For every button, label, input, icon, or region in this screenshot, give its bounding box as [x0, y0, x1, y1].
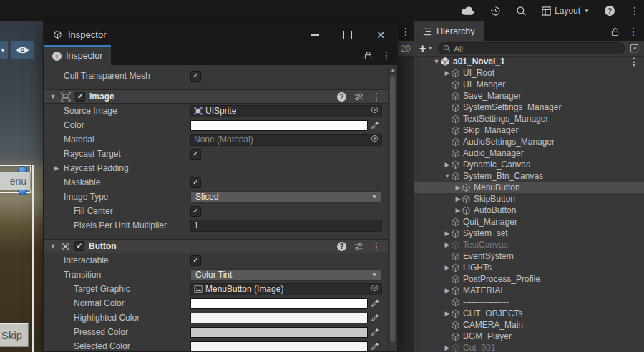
eyedropper-icon[interactable] [368, 313, 382, 322]
color-swatch[interactable] [190, 120, 368, 131]
eyedropper-icon[interactable] [368, 328, 382, 336]
hierarchy-item-lights[interactable]: ▶LIGHTs [414, 262, 644, 273]
hierarchy-item-postprocess-profile[interactable]: PostProcess_Profile [414, 273, 644, 285]
foldout-closed-icon[interactable]: ▶ [53, 165, 60, 172]
object-picker-icon[interactable] [371, 135, 379, 145]
color-field[interactable] [190, 120, 382, 131]
object-field[interactable]: UISprite [190, 105, 382, 117]
maximize-button[interactable] [331, 24, 364, 45]
object-picker-icon[interactable] [371, 106, 379, 116]
color-swatch[interactable] [190, 313, 368, 323]
color-field[interactable] [190, 298, 382, 309]
foldout-open-icon[interactable]: ▼ [49, 243, 57, 250]
history-icon[interactable] [490, 6, 501, 16]
inspector-window-titlebar[interactable]: Inspector ✕ [44, 24, 397, 45]
foldout-open-icon[interactable]: ▼ [433, 58, 440, 65]
object-picker-icon[interactable] [371, 284, 379, 294]
dropdown-image-type[interactable]: Sliced▼ [190, 191, 382, 203]
hierarchy-item-cut-001[interactable]: ▶Cut_001 [414, 342, 644, 352]
more-icon[interactable]: ⋮ [371, 91, 381, 102]
hierarchy-item-autobutton[interactable]: ▶AutoButton [414, 205, 644, 216]
more-icon[interactable]: ⋮ [401, 26, 411, 37]
eyedropper-icon[interactable] [368, 342, 382, 351]
help-icon[interactable]: ? [337, 92, 346, 102]
hierarchy-item-cut-objects[interactable]: ▶CUT_OBJECTs [414, 308, 644, 319]
hierarchy-item-camera-main[interactable]: CAMERA_Main [414, 319, 644, 331]
more-icon[interactable]: ⋮ [381, 49, 391, 61]
inspector-scrollbar[interactable]: ▲ [388, 65, 397, 351]
hierarchy-item-system-set[interactable]: ▶System_set [414, 228, 644, 239]
component-enabled-checkbox[interactable]: ✓ [75, 92, 85, 102]
scene-skip-button[interactable]: Skip [0, 323, 29, 347]
hierarchy-item-item[interactable]: ---------------- [414, 296, 644, 308]
presets-icon[interactable] [354, 243, 364, 250]
help-icon[interactable]: ? [337, 242, 346, 251]
object-field[interactable]: None (Material) [190, 134, 382, 146]
hierarchy-item-quit-manager[interactable]: Quit_Manager [414, 216, 644, 228]
color-field[interactable] [190, 313, 382, 323]
foldout-closed-icon[interactable]: ▶ [444, 344, 451, 351]
lock-icon[interactable] [364, 51, 372, 60]
checkbox[interactable]: ✓ [190, 149, 201, 160]
search-input[interactable] [454, 44, 620, 53]
presets-icon[interactable] [354, 93, 364, 101]
hierarchy-item-material[interactable]: ▶MATERIAL [414, 285, 644, 296]
foldout-open-icon[interactable]: ▼ [49, 93, 57, 100]
hierarchy-item-save-manager[interactable]: Save_Manager [414, 90, 644, 102]
create-object-button[interactable]: + ▼ [419, 43, 433, 54]
foldout-closed-icon[interactable]: ▶ [444, 230, 451, 237]
scroll-up-icon[interactable]: ▲ [389, 67, 397, 72]
checkbox[interactable]: ✓ [190, 177, 201, 188]
eyedropper-icon[interactable] [368, 121, 382, 129]
more-icon[interactable]: ⋮ [630, 5, 640, 16]
color-field[interactable] [190, 327, 382, 338]
more-icon[interactable]: ⋮ [371, 240, 381, 252]
foldout-closed-icon[interactable]: ▶ [444, 287, 451, 294]
hierarchy-item-textsettings-manager[interactable]: TextSettings_Manager [414, 113, 644, 124]
hierarchy-item-system-btn-canvas[interactable]: ▼System_Btn_Canvas [414, 170, 644, 182]
checkbox[interactable]: ✓ [190, 71, 201, 82]
foldout-closed-icon[interactable]: ▶ [454, 195, 462, 202]
scene-menu-button[interactable]: enu [0, 172, 31, 190]
hierarchy-item-audio-manager[interactable]: Audio_Manager [414, 147, 644, 159]
tab-hierarchy[interactable]: Hierarchy [414, 21, 484, 41]
hierarchy-item-ui-manger[interactable]: UI_Manger [414, 79, 644, 90]
hierarchy-item-eventsystem[interactable]: EventSystem [414, 250, 644, 262]
checkbox[interactable]: ✓ [190, 206, 201, 217]
foldout-closed-icon[interactable]: ▶ [454, 207, 462, 214]
foldout-closed-icon[interactable]: ▶ [444, 264, 451, 271]
color-swatch[interactable] [190, 327, 368, 338]
hierarchy-item-testcanvas[interactable]: ▶TestCanvas [414, 239, 644, 250]
dropdown-transition[interactable]: Color Tint▼ [190, 269, 382, 281]
more-icon[interactable]: ⋮ [628, 26, 638, 37]
component-header-button[interactable]: ▼✓Button?⋮ [44, 239, 389, 253]
hierarchy-search-field[interactable] [438, 42, 625, 54]
foldout-closed-icon[interactable]: ▶ [444, 161, 451, 168]
cloud-icon[interactable] [460, 6, 475, 16]
scene-visibility-toggle[interactable] [11, 41, 34, 59]
component-header-image[interactable]: ▼✓Image?⋮ [44, 89, 389, 104]
object-field[interactable]: MenuButton (Image) [190, 283, 382, 295]
foldout-closed-icon[interactable]: ▶ [454, 184, 462, 191]
hierarchy-item-bgm-player[interactable]: BGM_Player [414, 331, 644, 342]
hierarchy-item-audiosettings-manager[interactable]: AudioSettings_Manager [414, 136, 644, 147]
color-field[interactable] [190, 341, 382, 352]
hierarchy-item-skipbutton[interactable]: ▶SkipButton [414, 193, 644, 205]
hierarchy-item-ui-root[interactable]: ▶UI_Root [414, 67, 644, 79]
checkbox[interactable]: ✓ [190, 255, 201, 266]
foldout-closed-icon[interactable]: ▶ [444, 310, 451, 317]
eyedropper-icon[interactable] [368, 299, 382, 308]
foldout-closed-icon[interactable]: ▶ [444, 241, 451, 248]
tab-inspector[interactable]: i Inspector [44, 45, 111, 65]
hierarchy-item-dynamic-canvas[interactable]: ▶Dynamic_Canvas [414, 159, 644, 170]
search-icon[interactable] [516, 6, 527, 16]
layout-dropdown[interactable]: Layout ▼ [542, 6, 590, 16]
text-field[interactable]: 1 [190, 220, 382, 232]
picker-icon[interactable] [630, 44, 639, 53]
scrollbar-thumb[interactable] [390, 76, 395, 342]
component-enabled-checkbox[interactable]: ✓ [74, 241, 84, 251]
hierarchy-item-systemsettings-manager[interactable]: SystemSettings_Manager [414, 102, 644, 113]
foldout-open-icon[interactable]: ▼ [444, 172, 451, 180]
hierarchy-item-skip-manager[interactable]: Skip_Manager [414, 124, 644, 136]
color-swatch[interactable] [190, 298, 368, 309]
